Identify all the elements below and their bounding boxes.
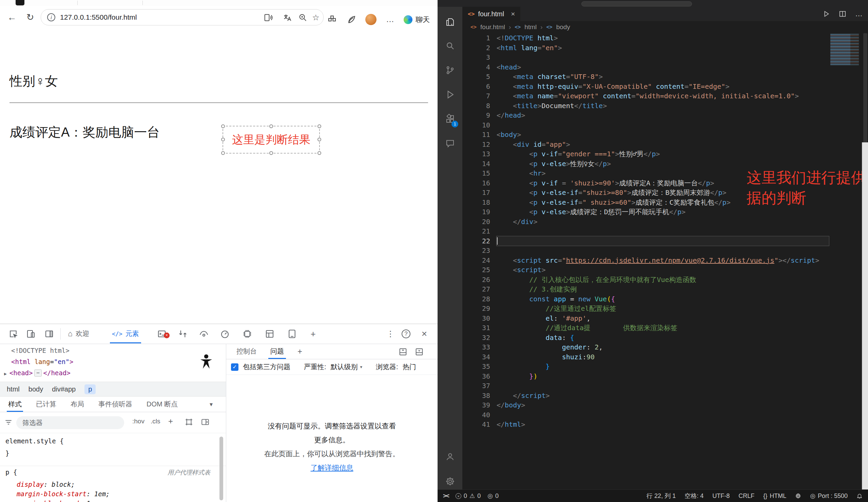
code-line[interactable]: 39</body> [462, 400, 868, 410]
styles-pane[interactable]: element.style { } p { 用户代理样式表 display: b… [0, 433, 226, 502]
resize-handle[interactable] [269, 124, 273, 128]
dom-line[interactable]: ▶<head>⋯</head> [11, 367, 226, 379]
address-bar[interactable]: i 127.0.0.1:5500/four.html ☆ [41, 9, 323, 25]
code-line[interactable]: 38 </script> [462, 391, 868, 401]
extensions-icon[interactable]: 1 [437, 107, 462, 131]
translate-icon[interactable] [282, 13, 292, 22]
code-line[interactable]: 29 //这里通过el配置标签 [462, 304, 868, 314]
devtools-menu-icon[interactable]: ⋮ [386, 328, 395, 339]
zoom-icon[interactable] [298, 13, 308, 22]
dom-line[interactable]: <html lang="en"> [11, 356, 226, 367]
devtools-close-icon[interactable]: × [419, 328, 430, 339]
dom-tree[interactable]: <!DOCTYPE html> <html lang="en"> ▶<head>… [0, 344, 226, 382]
third-party-checkbox[interactable]: ✓ [231, 363, 238, 371]
read-aloud-icon[interactable] [263, 13, 273, 22]
tab-styles[interactable]: 样式 [8, 397, 22, 412]
favorite-star-icon[interactable]: ☆ [311, 13, 321, 22]
encoding[interactable]: UTF-8 [712, 492, 730, 500]
performance-panel-icon[interactable] [220, 329, 230, 339]
extensions-icon[interactable] [327, 14, 337, 24]
css-property[interactable]: display: block; [17, 481, 75, 488]
code-line[interactable]: 11<body> [462, 130, 868, 140]
add-drawer-tab-icon[interactable]: + [298, 347, 302, 356]
account-icon[interactable] [437, 445, 462, 469]
resize-handle[interactable] [318, 138, 321, 142]
tab-dom-breakpoints[interactable]: DOM 断点 [146, 397, 178, 412]
refresh-button[interactable]: ↻ [24, 11, 37, 24]
crumb-html[interactable]: html [7, 385, 20, 393]
code-line[interactable]: 37 [462, 381, 868, 391]
code-line[interactable]: 24 <script src="https://cdn.jsdelivr.net… [462, 255, 868, 265]
filter-funnel-icon[interactable] [4, 418, 13, 427]
explorer-icon[interactable] [437, 10, 462, 34]
resize-handle[interactable] [318, 151, 321, 155]
command-center[interactable] [581, 1, 692, 7]
code-line[interactable]: 26 // 引入核心包以后，在全局环境中就有了Vue构造函数 [462, 275, 868, 285]
application-panel-icon[interactable] [265, 329, 275, 339]
code-line[interactable]: 32 data: { [462, 333, 868, 343]
profile-avatar[interactable] [365, 14, 376, 25]
minimap[interactable] [830, 34, 859, 65]
site-info-icon[interactable]: i [47, 13, 55, 21]
expand-arrow-icon[interactable]: ▶ [4, 371, 7, 376]
chat-icon[interactable] [437, 132, 462, 155]
severity-dropdown[interactable]: 默认级别 ▾ [331, 362, 363, 372]
code-line[interactable]: 30 el: '#app', [462, 314, 868, 323]
split-editor-icon[interactable] [839, 10, 846, 18]
code-line[interactable]: 35 } [462, 362, 868, 372]
styles-scrollbar[interactable] [219, 437, 223, 500]
more-tabs-icon[interactable]: ▾ [210, 401, 213, 408]
code-line[interactable]: 41</html> [462, 420, 868, 429]
run-file-icon[interactable] [823, 10, 830, 18]
code-line[interactable]: 40 [462, 410, 868, 420]
console-panel-icon[interactable]: × [157, 329, 167, 339]
notifications-bell-icon[interactable] [857, 493, 862, 499]
tab-welcome[interactable]: ⌂ 欢迎 [68, 324, 89, 343]
code-line[interactable]: 12 <div id="app"> [462, 140, 868, 149]
close-tab-icon[interactable]: × [511, 10, 515, 18]
code-line[interactable]: 33 gender: 2, [462, 342, 868, 352]
code-line[interactable]: 21 [462, 227, 868, 236]
search-icon[interactable] [437, 34, 462, 57]
dom-line[interactable]: <!DOCTYPE html> [11, 345, 226, 356]
crumb-p-selected[interactable]: p [84, 384, 96, 394]
collapse-drawer-icon[interactable] [414, 347, 424, 357]
chat-button[interactable]: 聊天 [404, 13, 430, 26]
devtools-help-icon[interactable]: ? [402, 330, 411, 338]
code-line[interactable]: 7 <meta name="viewport" content="width=d… [462, 91, 868, 101]
eol-sequence[interactable]: CRLF [738, 492, 754, 500]
code-line[interactable]: 3 [462, 53, 868, 62]
crumb-body[interactable]: body [29, 385, 43, 393]
browser-tab-strip[interactable] [0, 0, 437, 6]
crumb-body[interactable]: body [556, 23, 570, 31]
code-line[interactable]: 14 <p v-else>性别♀女</p> [462, 159, 868, 169]
code-line[interactable]: 9</head> [462, 111, 868, 120]
run-debug-icon[interactable] [437, 83, 462, 106]
grid-badge-icon[interactable] [185, 418, 194, 427]
network-panel-icon[interactable] [178, 329, 188, 339]
resize-handle[interactable] [221, 138, 225, 142]
code-line[interactable]: 13 <p v-if="gender ===1">性别♂男</p> [462, 149, 868, 159]
code-line[interactable]: 19 <p v-else>成绩评定：D惩罚一周不能玩手机</p> [462, 207, 868, 217]
more-actions-icon[interactable]: … [855, 10, 862, 18]
collections-icon[interactable] [347, 14, 357, 24]
css-property[interactable]: margin-block-end: 1em; [17, 500, 102, 502]
browser-filter-dropdown[interactable]: 热门 [403, 362, 416, 372]
code-line[interactable]: 34 shuzi:90 [462, 352, 868, 362]
p-selector-rule[interactable]: p { [6, 469, 17, 476]
dock-side-icon[interactable] [44, 329, 54, 339]
crumb-html[interactable]: html [524, 23, 537, 31]
tab-event-listeners[interactable]: 事件侦听器 [99, 397, 132, 412]
code-line[interactable]: 20 </div> [462, 217, 868, 227]
code-line[interactable]: 22 [462, 236, 868, 246]
device-toolbar-icon[interactable] [26, 329, 36, 339]
code-line[interactable]: 2<html lang="en"> [462, 43, 868, 53]
code-line[interactable]: 28 const app = new Vue({ [462, 294, 868, 304]
open-in-browser-icon[interactable] [795, 493, 801, 499]
code-editor[interactable]: 1<!DOCTYPE html>2<html lang="en">34<head… [462, 33, 868, 490]
tab-computed[interactable]: 已计算 [36, 397, 56, 412]
tab-console[interactable]: 控制台 [236, 344, 257, 359]
collapsed-content-badge[interactable]: ⋯ [34, 369, 41, 377]
crumb-file[interactable]: four.html [480, 23, 505, 31]
styles-filter-input[interactable]: 筛选器 [16, 416, 124, 429]
